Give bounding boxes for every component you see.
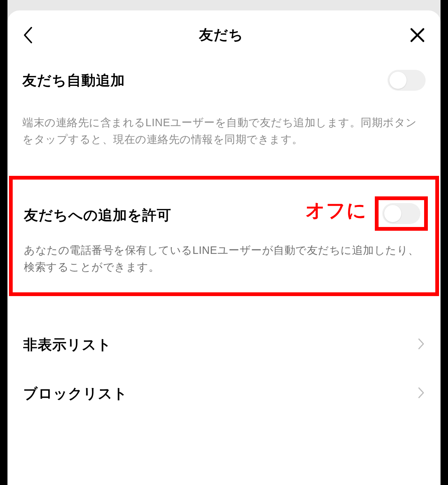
toggle-auto-add[interactable] (388, 70, 426, 91)
close-icon[interactable] (409, 27, 426, 43)
settings-screen: 友だち 友だち自動追加 端末の連絡先に含まれるLINEユーザーを自動で友だち追加… (7, 10, 441, 485)
setting-auto-add: 友だち自動追加 (7, 56, 441, 97)
toggle-knob (384, 205, 401, 222)
hidden-list-label: 非表示リスト (23, 335, 112, 354)
block-list-label: ブロックリスト (23, 384, 128, 403)
device-frame: 友だち 友だち自動追加 端末の連絡先に含まれるLINEユーザーを自動で友だち追加… (7, 0, 441, 485)
setting-auto-add-label: 友だち自動追加 (22, 71, 125, 90)
list-item-hidden[interactable]: 非表示リスト (7, 320, 441, 369)
setting-allow-add-label: 友だちへの追加を許可 (24, 206, 171, 225)
setting-auto-add-description: 端末の連絡先に含まれるLINEユーザーを自動で友だち追加します。同期ボタンをタッ… (7, 97, 441, 155)
annotation-off-label: オフに (305, 198, 367, 224)
page-title: 友だち (199, 25, 243, 44)
toggle-highlight-box (375, 196, 428, 231)
list-item-block[interactable]: ブロックリスト (7, 369, 441, 418)
chevron-right-icon (417, 338, 425, 352)
highlighted-section: 友だちへの追加を許可 オフに あなたの電話番号を保有しているLINEユーザーが自… (9, 176, 439, 296)
list-section: 非表示リスト ブロックリスト (7, 296, 441, 418)
back-icon[interactable] (22, 26, 33, 44)
spacer (7, 155, 441, 176)
header: 友だち (7, 10, 441, 56)
setting-allow-add: 友だちへの追加を許可 オフに (13, 180, 435, 234)
toggle-allow-add[interactable] (382, 203, 420, 224)
setting-allow-add-description: あなたの電話番号を保有しているLINEユーザーが自動で友だちに追加したり、検索す… (13, 234, 435, 279)
chevron-right-icon (417, 386, 425, 401)
toggle-knob (389, 72, 407, 89)
